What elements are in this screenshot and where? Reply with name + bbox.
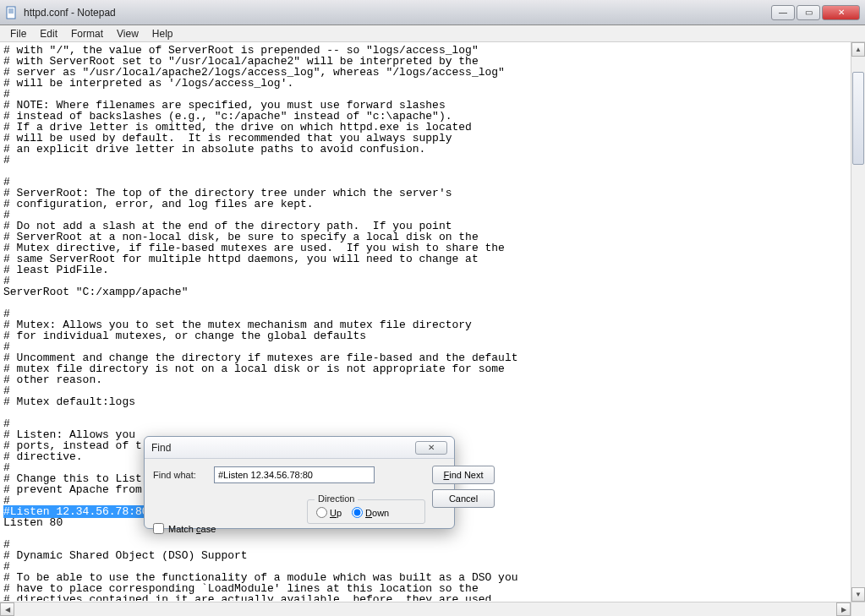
find-what-input[interactable] [214, 466, 375, 483]
menu-edit[interactable]: Edit [33, 26, 64, 41]
window-titlebar: httpd.conf - Notepad — ▭ ✕ [0, 0, 865, 25]
vertical-scrollbar[interactable]: ▲ ▼ [851, 42, 865, 602]
find-dialog: Find ✕ Find what: Find Next Direction Up… [144, 436, 455, 529]
direction-legend: Direction [315, 493, 358, 504]
cancel-button[interactable]: Cancel [432, 489, 495, 508]
scroll-up-button[interactable]: ▲ [851, 42, 865, 57]
find-next-button[interactable]: Find Next [432, 466, 495, 484]
scroll-right-button[interactable]: ▶ [836, 602, 851, 616]
find-dialog-title: Find [151, 442, 171, 454]
maximize-button[interactable]: ▭ [797, 5, 820, 20]
horizontal-scrollbar[interactable]: ◀ ▶ [0, 602, 851, 616]
vscroll-track[interactable] [851, 57, 865, 587]
close-button[interactable]: ✕ [822, 5, 860, 20]
find-dialog-titlebar[interactable]: Find ✕ [145, 437, 454, 459]
scroll-left-button[interactable]: ◀ [0, 602, 14, 616]
scrollbar-corner [851, 602, 865, 616]
menu-file[interactable]: File [3, 26, 33, 41]
find-what-label: Find what: [153, 470, 207, 480]
window-title: httpd.conf - Notepad [24, 7, 769, 19]
direction-down-radio[interactable]: Down [352, 507, 389, 518]
minimize-button[interactable]: — [771, 5, 795, 20]
vscroll-thumb[interactable] [852, 72, 864, 165]
find-dialog-close-button[interactable]: ✕ [415, 441, 447, 455]
direction-up-radio[interactable]: Up [316, 507, 342, 518]
menu-bar: File Edit Format View Help [0, 25, 865, 42]
menu-view[interactable]: View [110, 26, 145, 41]
notepad-icon [5, 6, 19, 19]
scroll-down-button[interactable]: ▼ [851, 587, 865, 602]
match-case-checkbox[interactable]: Match case [153, 523, 425, 534]
direction-group: Direction Up Down [307, 499, 425, 524]
menu-help[interactable]: Help [145, 26, 180, 41]
menu-format[interactable]: Format [64, 26, 110, 41]
